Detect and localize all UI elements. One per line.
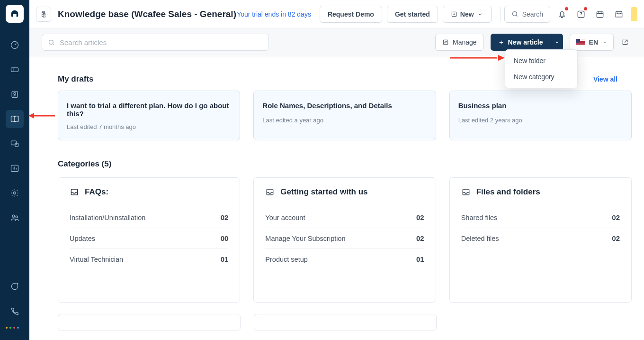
trial-notice[interactable]: Your trial ends in 82 days (237, 10, 311, 18)
draft-meta: Last edited a year ago (262, 117, 427, 124)
svg-point-11 (512, 12, 517, 16)
category-card[interactable] (254, 314, 437, 331)
draft-cards: I want to trial a different plan. How do… (58, 91, 632, 140)
nav-admin[interactable] (6, 184, 24, 202)
caret-up-icon (555, 40, 559, 45)
nav-more-dots[interactable] (6, 327, 19, 330)
view-all-link[interactable]: View all (593, 75, 617, 83)
folder-row[interactable]: Your account02 (265, 207, 424, 228)
nav-dashboard[interactable] (6, 36, 24, 54)
category-name: FAQs: (85, 187, 108, 197)
global-search-button[interactable]: Search (504, 6, 550, 23)
folder-row[interactable]: Updates00 (70, 228, 228, 249)
language-button[interactable]: EN (570, 34, 614, 51)
nav-contacts[interactable] (6, 85, 24, 103)
marketplace-button[interactable] (612, 7, 626, 21)
tray-icon (265, 187, 275, 197)
category-cards: FAQs: Installation/Uninstallation02 Upda… (58, 177, 632, 303)
store-icon (614, 9, 624, 19)
left-nav (0, 0, 29, 340)
new-article-button[interactable]: New article (491, 34, 551, 51)
drafts-heading: My drafts (58, 74, 94, 84)
nav-team[interactable] (6, 209, 24, 227)
search-articles-input[interactable] (60, 38, 263, 46)
folder-row[interactable]: Manage Your Subscription02 (265, 228, 424, 249)
new-article-caret-button[interactable] (551, 34, 563, 51)
chevron-down-icon (602, 39, 608, 45)
dropdown-new-category[interactable]: New category (505, 69, 577, 85)
contact-icon (10, 90, 19, 99)
draft-title: I want to trial a different plan. How do… (67, 101, 231, 118)
headset-icon (9, 9, 20, 19)
category-name: Files and folders (476, 187, 540, 197)
chevron-down-icon (477, 11, 483, 18)
search-articles-field[interactable] (42, 34, 269, 51)
phone-icon (10, 306, 19, 316)
draft-card[interactable]: Business plan Last edited 2 years ago (449, 91, 632, 140)
svg-point-9 (16, 216, 18, 218)
open-portal-button[interactable] (618, 34, 632, 51)
page-title: Knowledge base (Wcafee Sales - General) (58, 9, 236, 19)
category-card[interactable]: Getting started with us Your account02 M… (253, 177, 436, 303)
nav-tickets[interactable] (6, 61, 24, 79)
chart-icon (10, 164, 19, 173)
draft-meta: Last edited 2 years ago (458, 117, 623, 124)
category-card[interactable] (58, 314, 241, 331)
calendar-button[interactable] (593, 7, 607, 21)
svg-rect-13 (597, 12, 603, 18)
tree-icon (40, 10, 47, 18)
book-icon (10, 114, 19, 124)
manage-button[interactable]: Manage (435, 34, 484, 51)
top-bar: Knowledge base (Wcafee Sales - General) … (29, 0, 644, 28)
svg-point-14 (49, 40, 54, 44)
main-content: My drafts View all I want to trial a dif… (29, 56, 644, 340)
category-name: Getting started with us (280, 187, 367, 197)
draft-title: Business plan (458, 101, 623, 111)
category-card[interactable]: FAQs: Installation/Uninstallation02 Upda… (58, 177, 240, 303)
folder-row[interactable]: Product setup01 (265, 249, 424, 269)
help-dot (584, 7, 587, 10)
draft-title: Role Names, Descriptions, and Details (262, 101, 427, 111)
search-icon (511, 10, 519, 18)
folder-row[interactable]: Virtual Technician01 (70, 249, 228, 269)
people-icon (10, 213, 19, 222)
draft-card[interactable]: I want to trial a different plan. How do… (58, 91, 240, 140)
nav-phone[interactable] (6, 302, 24, 320)
new-article-split-button: New article (491, 34, 563, 51)
svg-point-7 (14, 192, 16, 194)
folder-row[interactable]: Installation/Uninstallation02 (70, 207, 228, 228)
svg-point-3 (14, 92, 16, 94)
tree-toggle-button[interactable] (36, 7, 51, 22)
nav-chat[interactable] (6, 277, 24, 295)
notification-dot (565, 7, 568, 10)
nav-social[interactable] (6, 135, 24, 153)
folder-row[interactable]: Shared files02 (461, 207, 620, 228)
svg-rect-15 (443, 40, 447, 44)
edit-icon (442, 39, 449, 46)
divider (500, 7, 501, 21)
get-started-button[interactable]: Get started (387, 6, 438, 23)
new-button[interactable]: New (443, 6, 492, 23)
categories-heading: Categories (5) (58, 159, 632, 169)
nav-knowledge-base[interactable] (6, 110, 24, 128)
gear-icon (10, 188, 19, 198)
svg-rect-1 (11, 68, 18, 72)
chat-icon (10, 282, 19, 291)
tray-icon (461, 187, 471, 197)
app-logo[interactable] (6, 5, 24, 23)
category-card-empty (450, 314, 632, 331)
svg-point-8 (12, 215, 15, 217)
plus-icon (498, 39, 504, 46)
plus-square-icon (451, 11, 457, 18)
calendar-icon (595, 9, 605, 19)
nav-reports[interactable] (6, 159, 24, 177)
notifications-button[interactable] (555, 7, 569, 21)
folder-row[interactable]: Deleted files02 (461, 228, 620, 248)
category-card[interactable]: Files and folders Shared files02 Deleted… (449, 177, 632, 303)
help-button[interactable] (574, 7, 588, 21)
draft-card[interactable]: Role Names, Descriptions, and Details La… (253, 91, 436, 140)
account-chip[interactable] (631, 7, 637, 21)
dropdown-new-folder[interactable]: New folder (505, 53, 577, 69)
request-demo-button[interactable]: Request Demo (320, 6, 382, 23)
external-link-icon (621, 38, 629, 46)
